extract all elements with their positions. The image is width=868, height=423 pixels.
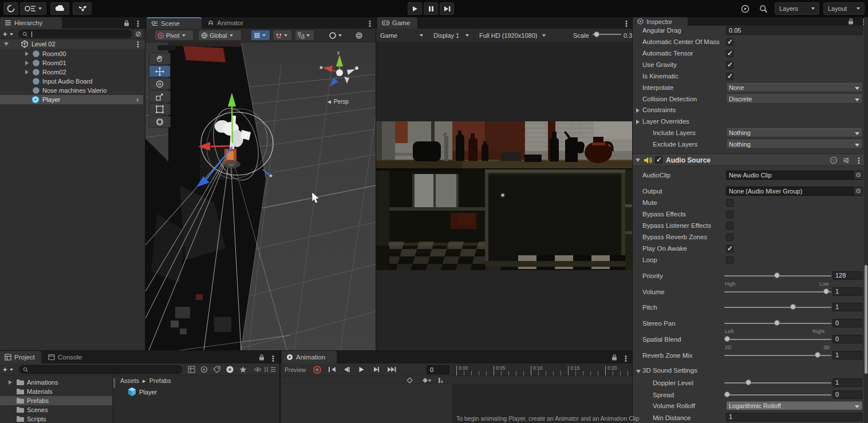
- svg-text:◄ Persp: ◄ Persp: [326, 98, 349, 105]
- svg-text:?: ?: [833, 158, 835, 163]
- svg-text:y: y: [337, 50, 340, 55]
